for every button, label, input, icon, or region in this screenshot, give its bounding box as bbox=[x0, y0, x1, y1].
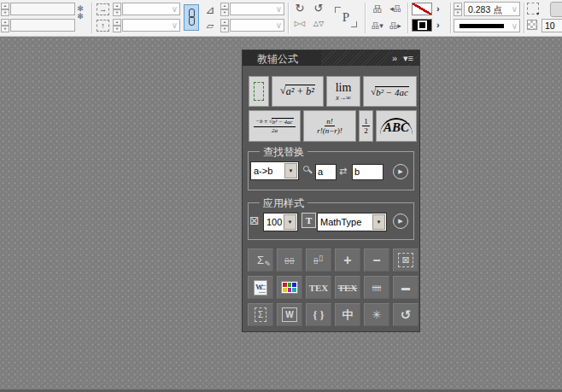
size-spinner-1[interactable]: ▲ ▼ bbox=[1, 3, 9, 15]
replace-input[interactable]: b bbox=[352, 164, 383, 180]
braces-button[interactable]: { } bbox=[306, 303, 331, 326]
binomial-formula-button[interactable]: n! r!(n−r)! bbox=[303, 110, 356, 142]
spin-down-icon[interactable]: ▼ bbox=[1, 9, 9, 16]
flip-horizontal-button[interactable]: ▷◁ bbox=[292, 20, 307, 27]
skew-spinner[interactable]: ▲ ▼ bbox=[220, 19, 229, 32]
empty-slot-button[interactable] bbox=[249, 76, 269, 107]
limit-formula-button[interactable]: lim x→∞ bbox=[326, 76, 360, 107]
spin-down-icon[interactable]: ▼ bbox=[220, 26, 229, 32]
run-apply-style-button[interactable]: ▶ bbox=[393, 214, 408, 229]
spin-up-icon[interactable]: ▲ bbox=[113, 19, 121, 26]
skew-dropdown[interactable]: ∨ bbox=[230, 19, 284, 32]
chevron-down-icon[interactable]: ∨ bbox=[172, 3, 178, 15]
transparency-value-field[interactable]: 10 bbox=[542, 19, 562, 32]
effects-icon[interactable]: ✻✻ bbox=[75, 5, 85, 20]
line-color-expand-icon[interactable]: › bbox=[436, 3, 440, 14]
collapse-icon[interactable]: » bbox=[392, 51, 397, 65]
line-style-dropdown[interactable]: ∨ bbox=[454, 19, 520, 32]
insert-equation-button[interactable]: Σ ✎ bbox=[248, 249, 273, 272]
wrap-top-icon[interactable]: ↑ bbox=[97, 20, 109, 32]
sqrt-sum-formula-button[interactable]: √ a² + b² bbox=[272, 76, 324, 107]
wrap-right-dropdown[interactable]: ∨ bbox=[122, 3, 180, 15]
spin-down-icon[interactable]: ▼ bbox=[454, 9, 462, 16]
find-input[interactable]: a bbox=[315, 164, 337, 180]
vertical-spacing-button[interactable]: ▯▯ bbox=[306, 249, 331, 272]
gear-bug-button[interactable]: ✳ bbox=[364, 303, 389, 326]
style-dropdown[interactable]: MathType ▼ bbox=[317, 213, 387, 231]
chevron-down-icon[interactable]: ∨ bbox=[512, 20, 518, 32]
tree-down-button[interactable]: 品▾ bbox=[369, 20, 386, 32]
color-settings-button[interactable] bbox=[277, 276, 302, 299]
rotate-ccw-button[interactable]: ↺ bbox=[311, 2, 326, 15]
font-style-icon: T bbox=[301, 213, 316, 228]
spin-down-icon[interactable]: ▼ bbox=[113, 26, 121, 32]
delete-placeholder-button[interactable]: ⊠ bbox=[393, 249, 419, 272]
chevron-down-icon[interactable]: ▼ bbox=[284, 163, 297, 178]
chevron-down-icon[interactable]: ▼ bbox=[284, 214, 296, 230]
rotation-spinner[interactable]: ▲ ▼ bbox=[220, 3, 229, 15]
spin-up-icon[interactable]: ▲ bbox=[220, 3, 229, 9]
remove-tex-button[interactable]: TEX bbox=[335, 276, 360, 299]
fill-color-expand-icon[interactable]: › bbox=[436, 20, 440, 30]
chevron-down-icon[interactable]: ∨ bbox=[172, 20, 178, 31]
size-spinner-2[interactable]: ▲ ▼ bbox=[1, 19, 9, 32]
spin-down-icon[interactable]: ▼ bbox=[1, 26, 9, 32]
fill-color-button[interactable] bbox=[412, 19, 432, 32]
quadratic-formula-button[interactable]: −b ± √b² − 4ac 2a bbox=[249, 110, 301, 142]
spin-up-icon[interactable]: ▲ bbox=[113, 3, 121, 9]
run-find-replace-button[interactable]: ▶ bbox=[393, 164, 408, 179]
line-color-button[interactable] bbox=[412, 3, 432, 15]
select-equation-button[interactable]: Σ bbox=[248, 303, 273, 326]
arc-abc-formula-button[interactable]: ABC bbox=[376, 110, 417, 142]
chevron-down-icon[interactable]: ∨ bbox=[276, 20, 282, 31]
spin-up-icon[interactable]: ▲ bbox=[220, 19, 229, 26]
stroke-width-spinner[interactable]: ▲ ▼ bbox=[454, 3, 462, 15]
stroke-width-dropdown[interactable]: 0.283 点 ∨ bbox=[464, 2, 520, 16]
spin-down-icon[interactable]: ▼ bbox=[220, 9, 229, 16]
find-replace-preset-dropdown[interactable]: a->b ▼ bbox=[250, 161, 299, 180]
decrease-size-button[interactable]: − bbox=[364, 249, 389, 272]
panel-menu-icon[interactable]: ▾≡ bbox=[403, 51, 413, 65]
rotate-cw-button[interactable]: ↻ bbox=[292, 2, 307, 15]
spin-up-icon[interactable]: ▲ bbox=[1, 19, 9, 26]
thick-bar-button[interactable]: ▬ bbox=[393, 276, 419, 299]
flip-vertical-button[interactable]: △▽ bbox=[311, 20, 326, 27]
select-word-object-button[interactable]: W bbox=[277, 303, 302, 326]
rotation-dropdown[interactable]: ∨ bbox=[230, 3, 284, 15]
shadow-style-button[interactable]: ▾ bbox=[527, 3, 539, 15]
rotation-angle-icon[interactable]: ⊿ bbox=[203, 3, 217, 16]
tree-layout-button[interactable]: 品 bbox=[369, 3, 386, 15]
corner-style-button[interactable] bbox=[550, 2, 562, 17]
tree-right-button[interactable]: 品▸ bbox=[386, 20, 405, 32]
scale-dropdown[interactable]: 100 ▼ bbox=[263, 213, 298, 231]
palette-color-cell bbox=[283, 288, 287, 292]
wrap-top-spinner[interactable]: ▲ ▼ bbox=[113, 19, 121, 32]
spin-down-icon[interactable]: ▼ bbox=[113, 9, 121, 16]
lim-subscript: x→∞ bbox=[336, 95, 350, 102]
wrap-right-icon[interactable]: → bbox=[97, 3, 109, 15]
select-object-button[interactable]: P bbox=[333, 5, 359, 29]
center-anchor-button[interactable]: 中 bbox=[335, 303, 360, 326]
undo-button[interactable]: ↺ bbox=[393, 303, 419, 326]
spin-up-icon[interactable]: ▲ bbox=[1, 3, 9, 9]
skew-icon[interactable]: ▱ bbox=[203, 20, 217, 32]
panel-titlebar[interactable]: 教辅公式 » ▾≡ bbox=[243, 50, 419, 66]
wrap-right-spinner[interactable]: ▲ ▼ bbox=[113, 3, 121, 15]
half-fraction-button[interactable]: 1 2 bbox=[359, 110, 373, 142]
comb-spacing-button[interactable]: ||||| bbox=[364, 276, 389, 299]
size-field-2[interactable] bbox=[10, 19, 75, 32]
chevron-down-icon[interactable]: ∨ bbox=[512, 3, 518, 16]
chevron-down-icon[interactable]: ∨ bbox=[276, 3, 282, 15]
horizontal-spacing-button[interactable]: ▯▯ bbox=[277, 249, 302, 272]
size-field-1[interactable] bbox=[10, 3, 75, 15]
chevron-down-icon[interactable]: ▼ bbox=[372, 214, 385, 230]
link-dimensions-toggle[interactable] bbox=[184, 4, 199, 31]
convert-to-tex-button[interactable]: TEX bbox=[306, 276, 331, 299]
word-document-button[interactable]: W bbox=[248, 276, 273, 299]
tree-left-button[interactable]: ◂品 bbox=[386, 3, 405, 15]
sqrt-discriminant-formula-button[interactable]: √ b² − 4ac bbox=[363, 76, 417, 107]
transparency-icon[interactable] bbox=[527, 20, 537, 30]
increase-size-button[interactable]: + bbox=[335, 249, 360, 272]
spin-up-icon[interactable]: ▲ bbox=[454, 3, 462, 9]
wrap-top-dropdown[interactable]: ∨ bbox=[122, 19, 180, 32]
